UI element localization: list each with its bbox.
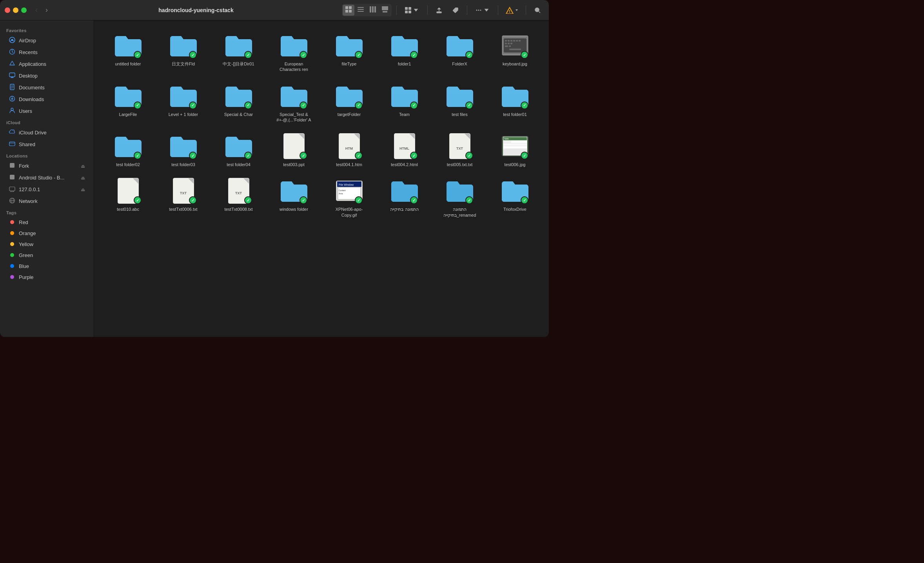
group-button[interactable] xyxy=(401,5,423,15)
svg-rect-61 xyxy=(511,141,519,143)
sidebar-item-documents[interactable]: Documents xyxy=(2,82,91,93)
sidebar-item-desktop[interactable]: Desktop xyxy=(2,70,91,81)
gallery-view-button[interactable] xyxy=(379,5,391,16)
sync-check-badge xyxy=(300,196,307,204)
recents-label: Recents xyxy=(19,49,38,55)
file-item-xpnet[interactable]: File WindowContentArea XPNet06-apo-Copy.… xyxy=(323,174,375,221)
svg-rect-49 xyxy=(519,40,521,42)
sidebar-item-tag-orange[interactable]: Orange xyxy=(2,228,91,239)
back-button[interactable]: ‹ xyxy=(33,4,40,16)
sidebar-item-tag-purple[interactable]: Purple xyxy=(2,272,91,282)
warning-button[interactable] xyxy=(503,4,521,16)
sidebar-item-airdrop[interactable]: AirDrop xyxy=(2,35,91,46)
sidebar-item-downloads[interactable]: Downloads xyxy=(2,94,91,105)
file-icon-xpnet: File WindowContentArea xyxy=(335,177,363,205)
tag-button[interactable] xyxy=(449,5,462,15)
file-item-test-folder03[interactable]: test folder03 xyxy=(157,129,209,170)
sync-check-badge xyxy=(134,101,142,109)
file-item-folder1[interactable]: folder1 xyxy=(378,28,430,76)
file-item-team[interactable]: Team xyxy=(378,79,430,126)
file-name-special-test: Special_Test & #+-@,(...'Folder' A xyxy=(276,112,312,123)
close-button[interactable] xyxy=(5,7,10,13)
file-item-special-char[interactable]: Special & Char xyxy=(212,79,265,126)
file-item-test-folder04[interactable]: test folder04 xyxy=(212,129,265,170)
file-item-keyboard[interactable]: keyboard.jpg xyxy=(489,28,541,76)
desktop-icon xyxy=(9,72,16,80)
file-item-test006[interactable]: Table test006.jpg xyxy=(489,129,541,170)
file-item-filetype[interactable]: fileType xyxy=(323,28,375,76)
applications-icon xyxy=(9,60,16,68)
file-item-test005[interactable]: TXT test005.txt.txt xyxy=(434,129,486,170)
file-item-test-files[interactable]: test files xyxy=(434,79,486,126)
sidebar-item-icloud-drive[interactable]: iCloud Drive xyxy=(2,127,91,138)
file-item-untitled-folder[interactable]: untitled folder xyxy=(102,28,154,76)
android-studio-eject-icon[interactable]: ⏏ xyxy=(81,175,85,181)
svg-rect-11 xyxy=(383,11,384,13)
file-item-windows-folder[interactable]: windows folder xyxy=(268,174,320,221)
sync-check-badge xyxy=(244,51,252,59)
maximize-button[interactable] xyxy=(21,7,27,13)
fork-eject-icon[interactable]: ⏏ xyxy=(81,163,85,169)
share-button[interactable] xyxy=(432,5,446,15)
sidebar-item-applications[interactable]: Applications xyxy=(2,58,91,70)
tags-container: Red Orange Yellow Green Blue Purple xyxy=(0,217,94,282)
sidebar-item-localhost[interactable]: 127.0.0.1 ⏏ xyxy=(2,184,91,195)
file-item-nihongo[interactable]: 日文文件Fld xyxy=(157,28,209,76)
file-item-hatmuna-betikiya[interactable]: התמונה בתיקייה xyxy=(378,174,430,221)
sidebar-item-fork[interactable]: Fork ⏏ xyxy=(2,160,91,172)
sidebar-item-tag-blue[interactable]: Blue xyxy=(2,261,91,272)
file-item-target-folder[interactable]: targetFolder xyxy=(323,79,375,126)
localhost-label: 127.0.0.1 xyxy=(19,186,40,192)
file-icon-special-char xyxy=(225,82,253,110)
sidebar-item-users[interactable]: Users xyxy=(2,105,91,117)
file-icon-test006: Table xyxy=(501,132,529,160)
search-button[interactable] xyxy=(531,5,544,15)
sync-check-badge xyxy=(189,152,197,159)
favorites-header: Favorites xyxy=(0,25,94,34)
forward-button[interactable]: › xyxy=(43,4,50,16)
sidebar-item-tag-green[interactable]: Green xyxy=(2,250,91,261)
file-item-triofox-drive[interactable]: TriofoxDrive xyxy=(489,174,541,221)
sidebar-item-tag-yellow[interactable]: Yellow xyxy=(2,239,91,250)
more-button[interactable] xyxy=(472,5,493,15)
svg-text:Content: Content xyxy=(339,189,346,192)
file-item-test004-htm[interactable]: HTM test004.1.htm xyxy=(323,129,375,170)
file-item-largefile[interactable]: LargeFile xyxy=(102,79,154,126)
sync-check-badge xyxy=(355,51,363,59)
sidebar-item-shared[interactable]: Shared xyxy=(2,139,91,150)
sidebar-item-tag-red[interactable]: Red xyxy=(2,217,91,228)
file-icon-folderx xyxy=(446,31,474,60)
localhost-eject-icon[interactable]: ⏏ xyxy=(81,187,85,192)
file-item-chinese-dir[interactable]: 中文-[]目录Dir01 xyxy=(212,28,265,76)
file-icon-testtxt0008: TXT xyxy=(225,177,253,205)
file-name-chinese-dir: 中文-[]目录Dir01 xyxy=(223,61,254,67)
file-item-european-chars[interactable]: European Characters ren xyxy=(268,28,320,76)
sidebar-item-android-studio[interactable]: Android Studio - B... ⏏ xyxy=(2,172,91,183)
file-icon-test003 xyxy=(280,132,308,160)
file-item-test-folder02[interactable]: test folder02 xyxy=(102,129,154,170)
sidebar-item-recents[interactable]: Recents xyxy=(2,47,91,58)
file-item-special-test[interactable]: Special_Test & #+-@,(...'Folder' A xyxy=(268,79,320,126)
file-item-test010[interactable]: test010.abc xyxy=(102,174,154,221)
svg-point-21 xyxy=(480,9,481,11)
file-item-testtxt0006[interactable]: TXT testTxt0006.txt xyxy=(157,174,209,221)
file-item-hatmuna-renamed[interactable]: התמונה בתיקייה_renamed xyxy=(434,174,486,221)
list-view-button[interactable] xyxy=(355,5,367,16)
file-item-level1[interactable]: Level + 1 folder xyxy=(157,79,209,126)
svg-rect-2 xyxy=(345,10,348,13)
minimize-button[interactable] xyxy=(13,7,18,13)
column-view-button[interactable] xyxy=(367,5,379,16)
sync-check-badge xyxy=(521,152,528,159)
file-name-testtxt0006: testTxt0006.txt xyxy=(169,206,197,212)
svg-rect-32 xyxy=(10,175,15,179)
file-item-test004-html[interactable]: HTML test004.2.html xyxy=(378,129,430,170)
file-item-folderx[interactable]: FolderX xyxy=(434,28,486,76)
sidebar-item-network[interactable]: Network xyxy=(2,196,91,207)
file-item-testtxt0008[interactable]: TXT testTxt0008.txt xyxy=(212,174,265,221)
file-item-test003[interactable]: test003.ppt xyxy=(268,129,320,170)
file-item-test-folder01[interactable]: test folder01 xyxy=(489,79,541,126)
svg-rect-3 xyxy=(349,10,352,13)
separator xyxy=(396,5,397,15)
grid-view-button[interactable] xyxy=(343,5,354,16)
file-name-test010: test010.abc xyxy=(117,206,139,212)
